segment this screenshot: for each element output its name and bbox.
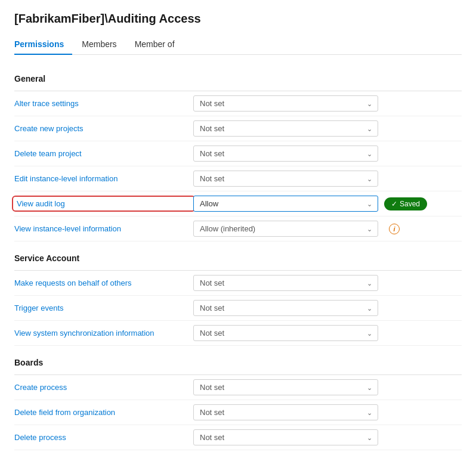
section-general: General Alter trace settings Not set All… [14,67,462,242]
tabs-nav: Permissions Members Member of [14,34,462,55]
permission-row-delete-process: Delete process Not set Allow Deny ⌄ [14,425,462,450]
checkmark-icon: ✓ [391,200,397,208]
permission-dropdown-edit-instance[interactable]: Not set Allow Deny ⌄ [193,171,378,187]
permission-row-create-process: Create process Not set Allow Deny ⌄ [14,375,462,400]
permission-dropdown-view-sync-info[interactable]: Not set Allow Deny ⌄ [193,325,378,341]
permission-dropdown-delete-field[interactable]: Not set Allow Deny ⌄ [193,404,378,420]
permission-select-delete-process[interactable]: Not set Allow Deny [193,429,378,445]
permission-dropdown-alter-trace[interactable]: Not set Allow Deny ⌄ [193,95,378,112]
permission-row-trigger-events: Trigger events Not set Allow Deny ⌄ [14,296,462,321]
section-service-account: Service Account Make requests on behalf … [14,246,462,346]
permission-select-view-audit-log[interactable]: Not set Allow Deny [193,196,378,212]
permission-action-view-instance: i [378,224,426,234]
permission-label-make-requests: Make requests on behalf of others [14,278,193,287]
tab-members[interactable]: Members [82,35,125,55]
section-service-account-title: Service Account [14,246,462,268]
permission-dropdown-create-process[interactable]: Not set Allow Deny ⌄ [193,379,378,395]
permission-label-view-audit-log: View audit log [14,198,193,209]
info-icon[interactable]: i [389,224,400,234]
permission-label-trigger-events: Trigger events [14,304,193,312]
permission-select-create-process[interactable]: Not set Allow Deny [193,379,378,395]
permission-dropdown-create-projects[interactable]: Not set Allow Deny ⌄ [193,120,378,137]
permission-select-view-sync-info[interactable]: Not set Allow Deny [193,325,378,341]
permission-row-alter-trace: Alter trace settings Not set Allow Deny … [14,91,462,116]
page-container: [FabrikamFiber]\Auditing Access Permissi… [0,0,476,452]
section-boards-title: Boards [14,351,462,372]
permissions-content: General Alter trace settings Not set All… [14,67,462,452]
section-general-title: General [14,67,462,88]
permission-label-create-process: Create process [14,383,193,392]
tab-permissions[interactable]: Permissions [14,35,72,55]
permission-select-create-projects[interactable]: Not set Allow Deny [193,120,378,137]
permission-action-view-audit-log: ✓ Saved [378,197,427,210]
permission-dropdown-view-instance[interactable]: Not set Allow Allow (inherited) Deny ⌄ [193,221,378,237]
permission-label-create-projects: Create new projects [14,124,193,133]
permission-select-delete-field[interactable]: Not set Allow Deny [193,404,378,420]
permission-row-create-projects: Create new projects Not set Allow Deny ⌄ [14,116,462,141]
permission-label-delete-team-project: Delete team project [14,149,193,158]
permission-row-delete-team-project: Delete team project Not set Allow Deny ⌄ [14,141,462,166]
permission-label-edit-instance: Edit instance-level information [14,174,193,183]
page-title: [FabrikamFiber]\Auditing Access [14,12,462,26]
permission-select-trigger-events[interactable]: Not set Allow Deny [193,300,378,316]
permission-label-delete-process: Delete process [14,433,193,442]
permission-dropdown-delete-team-project[interactable]: Not set Allow Deny ⌄ [193,145,378,162]
permission-dropdown-view-audit-log[interactable]: Not set Allow Deny ⌄ [193,196,378,212]
permission-select-make-requests[interactable]: Not set Allow Deny [193,275,378,291]
tab-member-of[interactable]: Member of [135,35,183,55]
permission-row-view-audit-log: View audit log Not set Allow Deny ⌄ ✓ Sa… [14,191,462,216]
permission-row-make-requests: Make requests on behalf of others Not se… [14,271,462,296]
permission-label-delete-field: Delete field from organization [14,408,193,417]
saved-label: Saved [400,200,420,208]
permission-select-alter-trace[interactable]: Not set Allow Deny [193,95,378,112]
permission-row-view-instance: View instance-level information Not set … [14,216,462,242]
permission-row-edit-instance: Edit instance-level information Not set … [14,166,462,191]
permission-row-view-sync-info: View system synchronization information … [14,321,462,346]
permission-select-edit-instance[interactable]: Not set Allow Deny [193,171,378,187]
permission-select-view-instance[interactable]: Not set Allow Allow (inherited) Deny [193,221,378,237]
permission-select-delete-team-project[interactable]: Not set Allow Deny [193,145,378,162]
permission-dropdown-make-requests[interactable]: Not set Allow Deny ⌄ [193,275,378,291]
permission-label-view-sync-info: View system synchronization information [14,329,193,338]
saved-badge: ✓ Saved [384,197,427,210]
permission-dropdown-trigger-events[interactable]: Not set Allow Deny ⌄ [193,300,378,316]
permission-label-view-instance: View instance-level information [14,224,193,233]
section-boards: Boards Create process Not set Allow Deny… [14,351,462,452]
permission-row-delete-field: Delete field from organization Not set A… [14,400,462,425]
permission-dropdown-delete-process[interactable]: Not set Allow Deny ⌄ [193,429,378,445]
permission-label-alter-trace: Alter trace settings [14,99,193,108]
